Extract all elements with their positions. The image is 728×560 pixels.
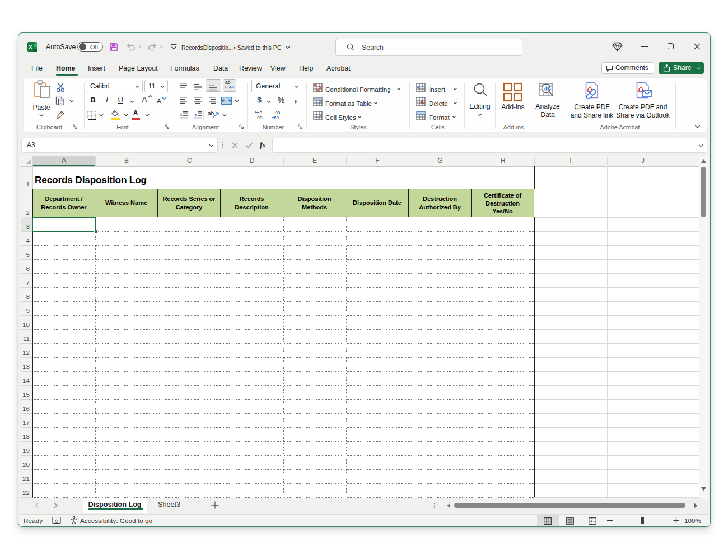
svg-text:.00: .00	[256, 115, 263, 120]
svg-text:X: X	[29, 44, 32, 50]
svg-text:0: 0	[277, 115, 279, 120]
svg-text:.00: .00	[274, 110, 281, 115]
svg-text:0: 0	[260, 110, 263, 115]
